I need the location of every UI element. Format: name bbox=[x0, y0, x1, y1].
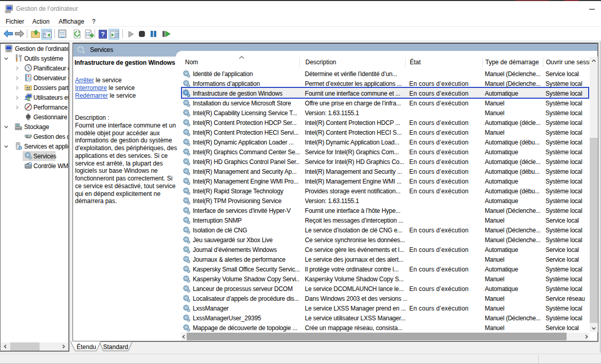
svg-text:?: ? bbox=[101, 30, 105, 38]
svg-text:Standard: Standard bbox=[103, 343, 129, 351]
svg-text:Étendu: Étendu bbox=[77, 343, 96, 351]
